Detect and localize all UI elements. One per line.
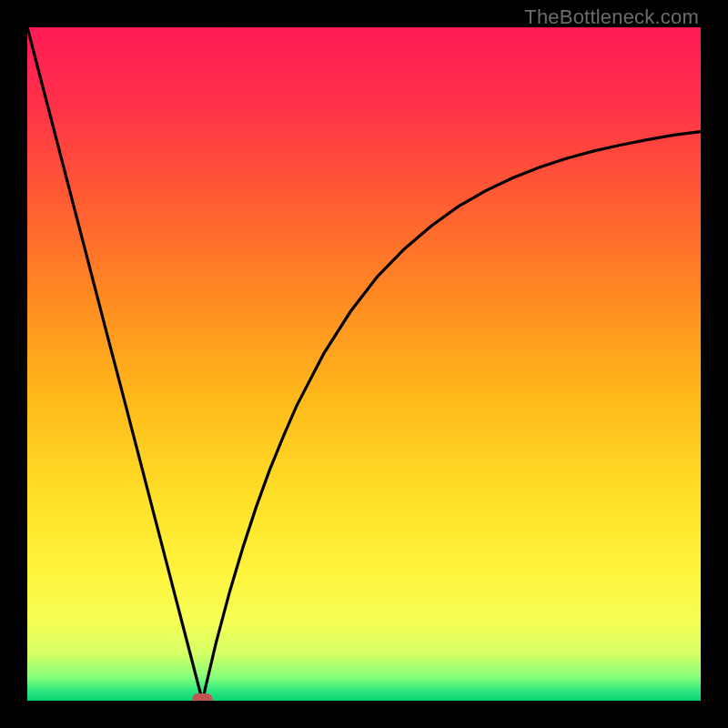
minimum-marker	[192, 693, 212, 701]
watermark-text: TheBottleneck.com	[524, 5, 699, 29]
bottleneck-chart	[27, 27, 701, 701]
chart-frame	[27, 27, 701, 701]
gradient-background	[27, 27, 701, 701]
